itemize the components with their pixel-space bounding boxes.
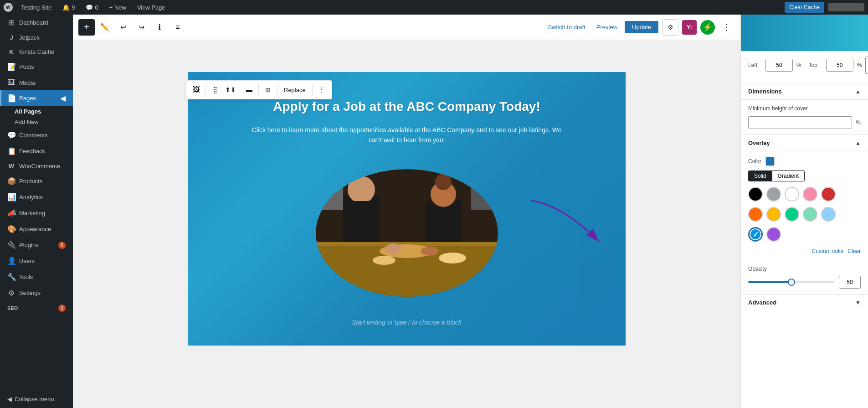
view-page[interactable]: View Page [134, 0, 168, 15]
color-swatch-yellow[interactable] [766, 207, 781, 222]
sidebar-item-woocommerce[interactable]: W WooCommerce [0, 159, 73, 173]
editor-canvas: 🖼 ⣿ ⬆⬇ ▬ ⊞ Replace ⋮ [73, 40, 740, 408]
overlay-header[interactable]: Overlay ▲ [741, 135, 868, 151]
color-swatch-orange[interactable] [748, 207, 763, 222]
clear-cache-button[interactable]: Clear Cache [785, 2, 824, 13]
list-view-button[interactable]: ≡ [169, 19, 186, 36]
sidebar-item-marketing[interactable]: 📣 Marketing [0, 205, 73, 221]
color-swatch-blue[interactable]: ✓ [748, 227, 763, 242]
color-swatch-red[interactable] [821, 187, 836, 201]
add-block-button[interactable]: + [78, 19, 95, 36]
sidebar-item-comments[interactable]: 💬 Comments [0, 127, 73, 143]
advanced-chevron: ▼ [855, 300, 861, 306]
sidebar-item-users[interactable]: 👤 Users [0, 253, 73, 269]
redo-button[interactable]: ↪ [133, 19, 149, 36]
right-panel: Left % Top % Clear Media Dimensions ▲ Mi… [740, 15, 868, 408]
update-button[interactable]: Update [625, 21, 658, 33]
color-swatch-purple[interactable] [766, 227, 781, 242]
cover-block[interactable]: Apply for a Job at the ABC Company Today… [188, 72, 626, 346]
full-width-button[interactable]: ⊞ [261, 83, 275, 97]
toolbar-divider-4 [277, 84, 277, 95]
color-label: Color [748, 158, 762, 165]
color-swatch-white[interactable] [785, 187, 799, 201]
left-input[interactable] [765, 59, 793, 72]
sidebar-item-settings[interactable]: ⚙ Settings [0, 285, 73, 301]
color-swatch-gray[interactable] [766, 187, 781, 201]
overlay-color-row: Color [748, 157, 861, 166]
comments-icon: 💬 [7, 131, 15, 139]
sidebar-sub-add-new[interactable]: Add New [0, 117, 73, 127]
advanced-section[interactable]: Advanced ▼ [741, 294, 868, 310]
cover-subtitle[interactable]: Click here to learn more about the oppor… [252, 125, 562, 145]
color-swatch-green[interactable] [803, 207, 817, 222]
comments-count[interactable]: 💬 0 [83, 0, 101, 15]
progress-bar [828, 3, 864, 11]
sidebar-item-kinsta[interactable]: K Kinsta Cache [0, 45, 73, 59]
preview-button[interactable]: Preview [593, 21, 621, 33]
block-drag-button[interactable]: ⣿ [208, 83, 222, 97]
gradient-tab[interactable]: Gradient [772, 170, 805, 181]
sidebar-item-seo[interactable]: SEO 3 [0, 301, 73, 315]
settings-icon: ⚙ [7, 289, 15, 297]
yoast-icon[interactable]: Y: [682, 20, 697, 35]
color-swatch-light-green[interactable] [785, 207, 799, 222]
sidebar-item-tools[interactable]: 🔧 Tools [0, 269, 73, 285]
block-align-button[interactable]: ▬ [242, 83, 257, 97]
clear-media-button[interactable]: Clear Media [865, 57, 868, 74]
sidebar-item-feedback[interactable]: 📋 Feedback [0, 143, 73, 159]
notifications[interactable]: 🔔 9 [60, 0, 77, 15]
green-plugin-icon[interactable]: ⚡ [700, 20, 715, 35]
sidebar-item-pages[interactable]: 📄 Pages ◀ [0, 90, 73, 106]
site-name[interactable]: Testing Site [18, 0, 54, 15]
sidebar-item-analytics[interactable]: 📊 Analytics [0, 189, 73, 205]
block-more-button[interactable]: ⋮ [314, 83, 329, 97]
media-icon: 🖼 [7, 78, 15, 87]
toolbar-divider-5 [312, 84, 313, 95]
info-button[interactable]: ℹ [151, 19, 168, 36]
dimensions-header[interactable]: Dimensions ▲ [741, 83, 868, 100]
sidebar-item-posts[interactable]: 📝 Posts [0, 59, 73, 75]
sidebar-sub-all-pages[interactable]: All Pages [0, 106, 73, 117]
min-height-label: Minimum height of cover [748, 105, 861, 112]
svg-point-10 [373, 256, 395, 265]
editor-area: + ✏️ ↩ ↪ ℹ ≡ Switch to draft Preview Upd… [73, 15, 740, 408]
dashboard-icon: ⊞ [7, 18, 15, 27]
analytics-icon: 📊 [7, 193, 15, 201]
cover-image-container [316, 169, 498, 297]
wp-logo[interactable]: W [4, 3, 13, 12]
replace-button[interactable]: Replace [279, 87, 310, 93]
settings-panel-button[interactable]: ⚙ [662, 19, 678, 36]
dimensions-chevron-up: ▲ [855, 88, 861, 95]
opacity-slider[interactable] [748, 281, 834, 283]
undo-button[interactable]: ↩ [115, 19, 131, 36]
sidebar-item-appearance[interactable]: 🎨 Appearance [0, 221, 73, 237]
color-swatch-light-blue[interactable] [821, 207, 836, 222]
sidebar-item-media[interactable]: 🖼 Media [0, 75, 73, 90]
solid-gradient-tabs: Solid Gradient [748, 170, 861, 181]
opacity-input[interactable] [839, 276, 861, 289]
toolbar-divider-2 [240, 84, 240, 95]
solid-tab[interactable]: Solid [748, 170, 772, 181]
sidebar-item-products[interactable]: 📦 Products [0, 173, 73, 189]
custom-color-link[interactable]: Custom color [812, 248, 844, 254]
left-unit: % [796, 62, 801, 68]
collapse-menu[interactable]: ◀ Collapse menu [0, 390, 73, 408]
color-swatch-black[interactable] [748, 187, 763, 201]
block-move-button[interactable]: ⬆⬇ [223, 83, 238, 97]
overlay-color-swatch[interactable] [765, 157, 775, 166]
color-swatch-pink[interactable] [803, 187, 817, 201]
cover-placeholder[interactable]: Start writing or type / to choose a bloc… [352, 319, 462, 326]
sidebar-item-dashboard[interactable]: ⊞ Dashboard [0, 15, 73, 31]
block-type-button[interactable]: 🖼 [189, 83, 204, 97]
new-item[interactable]: + New [107, 0, 129, 15]
sidebar-item-jetpack[interactable]: J Jetpack [0, 31, 73, 45]
switch-to-draft-button[interactable]: Switch to draft [544, 21, 589, 33]
min-height-input[interactable] [748, 116, 852, 129]
sidebar-item-plugins[interactable]: 🔌 Plugins 5 [0, 237, 73, 253]
more-options-button[interactable]: ⋮ [719, 19, 735, 36]
admin-bar: W Testing Site 🔔 9 💬 0 + New View Page C… [0, 0, 868, 15]
cover-title[interactable]: Apply for a Job at the ABC Company Today… [206, 99, 607, 114]
clear-color-link[interactable]: Clear [847, 248, 861, 254]
top-input[interactable] [826, 59, 853, 72]
edit-button[interactable]: ✏️ [97, 19, 113, 36]
